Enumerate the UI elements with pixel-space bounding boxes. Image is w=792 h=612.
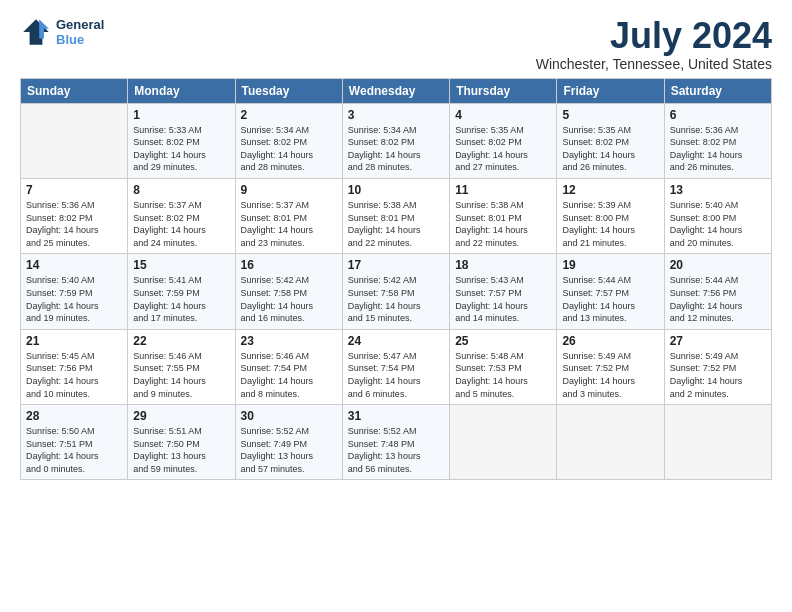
day-detail: Sunrise: 5:39 AM Sunset: 8:00 PM Dayligh…	[562, 200, 635, 248]
calendar-cell	[664, 405, 771, 480]
day-number: 8	[133, 183, 229, 197]
day-number: 17	[348, 258, 444, 272]
day-detail: Sunrise: 5:42 AM Sunset: 7:58 PM Dayligh…	[348, 275, 421, 323]
calendar-day-header: Saturday	[664, 78, 771, 103]
day-number: 20	[670, 258, 766, 272]
calendar-cell: 11Sunrise: 5:38 AM Sunset: 8:01 PM Dayli…	[450, 178, 557, 253]
calendar-cell: 13Sunrise: 5:40 AM Sunset: 8:00 PM Dayli…	[664, 178, 771, 253]
day-detail: Sunrise: 5:40 AM Sunset: 7:59 PM Dayligh…	[26, 275, 99, 323]
day-number: 7	[26, 183, 122, 197]
day-detail: Sunrise: 5:52 AM Sunset: 7:49 PM Dayligh…	[241, 426, 314, 474]
calendar-cell: 25Sunrise: 5:48 AM Sunset: 7:53 PM Dayli…	[450, 329, 557, 404]
calendar-week-row: 28Sunrise: 5:50 AM Sunset: 7:51 PM Dayli…	[21, 405, 772, 480]
day-detail: Sunrise: 5:34 AM Sunset: 8:02 PM Dayligh…	[241, 125, 314, 173]
calendar-cell: 16Sunrise: 5:42 AM Sunset: 7:58 PM Dayli…	[235, 254, 342, 329]
day-detail: Sunrise: 5:49 AM Sunset: 7:52 PM Dayligh…	[670, 351, 743, 399]
calendar-cell: 31Sunrise: 5:52 AM Sunset: 7:48 PM Dayli…	[342, 405, 449, 480]
day-number: 2	[241, 108, 337, 122]
day-number: 30	[241, 409, 337, 423]
calendar-week-row: 14Sunrise: 5:40 AM Sunset: 7:59 PM Dayli…	[21, 254, 772, 329]
calendar-cell: 12Sunrise: 5:39 AM Sunset: 8:00 PM Dayli…	[557, 178, 664, 253]
calendar-day-header: Friday	[557, 78, 664, 103]
page: General Blue July 2024 Winchester, Tenne…	[0, 0, 792, 490]
calendar-week-row: 7Sunrise: 5:36 AM Sunset: 8:02 PM Daylig…	[21, 178, 772, 253]
calendar-cell: 14Sunrise: 5:40 AM Sunset: 7:59 PM Dayli…	[21, 254, 128, 329]
calendar-table: SundayMondayTuesdayWednesdayThursdayFrid…	[20, 78, 772, 481]
calendar-cell: 21Sunrise: 5:45 AM Sunset: 7:56 PM Dayli…	[21, 329, 128, 404]
day-detail: Sunrise: 5:38 AM Sunset: 8:01 PM Dayligh…	[455, 200, 528, 248]
calendar-cell: 9Sunrise: 5:37 AM Sunset: 8:01 PM Daylig…	[235, 178, 342, 253]
day-number: 21	[26, 334, 122, 348]
day-detail: Sunrise: 5:44 AM Sunset: 7:56 PM Dayligh…	[670, 275, 743, 323]
calendar-day-header: Tuesday	[235, 78, 342, 103]
calendar-cell: 17Sunrise: 5:42 AM Sunset: 7:58 PM Dayli…	[342, 254, 449, 329]
logo: General Blue	[20, 16, 104, 48]
calendar-cell: 26Sunrise: 5:49 AM Sunset: 7:52 PM Dayli…	[557, 329, 664, 404]
page-subtitle: Winchester, Tennessee, United States	[536, 56, 772, 72]
calendar-cell: 18Sunrise: 5:43 AM Sunset: 7:57 PM Dayli…	[450, 254, 557, 329]
day-detail: Sunrise: 5:36 AM Sunset: 8:02 PM Dayligh…	[26, 200, 99, 248]
logo-icon	[20, 16, 52, 48]
calendar-cell: 3Sunrise: 5:34 AM Sunset: 8:02 PM Daylig…	[342, 103, 449, 178]
day-number: 14	[26, 258, 122, 272]
day-detail: Sunrise: 5:46 AM Sunset: 7:55 PM Dayligh…	[133, 351, 206, 399]
day-number: 15	[133, 258, 229, 272]
day-detail: Sunrise: 5:37 AM Sunset: 8:02 PM Dayligh…	[133, 200, 206, 248]
day-detail: Sunrise: 5:35 AM Sunset: 8:02 PM Dayligh…	[562, 125, 635, 173]
calendar-day-header: Sunday	[21, 78, 128, 103]
calendar-cell	[557, 405, 664, 480]
page-title: July 2024	[536, 16, 772, 56]
calendar-cell: 10Sunrise: 5:38 AM Sunset: 8:01 PM Dayli…	[342, 178, 449, 253]
title-area: July 2024 Winchester, Tennessee, United …	[536, 16, 772, 72]
day-number: 12	[562, 183, 658, 197]
calendar-cell: 7Sunrise: 5:36 AM Sunset: 8:02 PM Daylig…	[21, 178, 128, 253]
calendar-cell: 20Sunrise: 5:44 AM Sunset: 7:56 PM Dayli…	[664, 254, 771, 329]
day-detail: Sunrise: 5:47 AM Sunset: 7:54 PM Dayligh…	[348, 351, 421, 399]
day-number: 10	[348, 183, 444, 197]
calendar-cell: 2Sunrise: 5:34 AM Sunset: 8:02 PM Daylig…	[235, 103, 342, 178]
calendar-day-header: Wednesday	[342, 78, 449, 103]
calendar-week-row: 1Sunrise: 5:33 AM Sunset: 8:02 PM Daylig…	[21, 103, 772, 178]
calendar-cell: 28Sunrise: 5:50 AM Sunset: 7:51 PM Dayli…	[21, 405, 128, 480]
day-number: 13	[670, 183, 766, 197]
day-number: 24	[348, 334, 444, 348]
day-number: 3	[348, 108, 444, 122]
day-detail: Sunrise: 5:44 AM Sunset: 7:57 PM Dayligh…	[562, 275, 635, 323]
calendar-cell: 6Sunrise: 5:36 AM Sunset: 8:02 PM Daylig…	[664, 103, 771, 178]
calendar-day-header: Monday	[128, 78, 235, 103]
day-detail: Sunrise: 5:34 AM Sunset: 8:02 PM Dayligh…	[348, 125, 421, 173]
day-number: 23	[241, 334, 337, 348]
logo-text: General Blue	[56, 17, 104, 47]
day-number: 28	[26, 409, 122, 423]
calendar-cell: 23Sunrise: 5:46 AM Sunset: 7:54 PM Dayli…	[235, 329, 342, 404]
day-number: 22	[133, 334, 229, 348]
day-number: 16	[241, 258, 337, 272]
day-number: 4	[455, 108, 551, 122]
calendar-cell: 5Sunrise: 5:35 AM Sunset: 8:02 PM Daylig…	[557, 103, 664, 178]
day-detail: Sunrise: 5:52 AM Sunset: 7:48 PM Dayligh…	[348, 426, 421, 474]
calendar-cell: 19Sunrise: 5:44 AM Sunset: 7:57 PM Dayli…	[557, 254, 664, 329]
day-number: 5	[562, 108, 658, 122]
day-detail: Sunrise: 5:50 AM Sunset: 7:51 PM Dayligh…	[26, 426, 99, 474]
calendar-week-row: 21Sunrise: 5:45 AM Sunset: 7:56 PM Dayli…	[21, 329, 772, 404]
day-detail: Sunrise: 5:35 AM Sunset: 8:02 PM Dayligh…	[455, 125, 528, 173]
day-detail: Sunrise: 5:51 AM Sunset: 7:50 PM Dayligh…	[133, 426, 206, 474]
day-number: 6	[670, 108, 766, 122]
calendar-header-row: SundayMondayTuesdayWednesdayThursdayFrid…	[21, 78, 772, 103]
calendar-cell: 30Sunrise: 5:52 AM Sunset: 7:49 PM Dayli…	[235, 405, 342, 480]
header: General Blue July 2024 Winchester, Tenne…	[20, 16, 772, 72]
day-detail: Sunrise: 5:41 AM Sunset: 7:59 PM Dayligh…	[133, 275, 206, 323]
calendar-cell: 27Sunrise: 5:49 AM Sunset: 7:52 PM Dayli…	[664, 329, 771, 404]
calendar-cell	[21, 103, 128, 178]
calendar-cell: 29Sunrise: 5:51 AM Sunset: 7:50 PM Dayli…	[128, 405, 235, 480]
day-detail: Sunrise: 5:42 AM Sunset: 7:58 PM Dayligh…	[241, 275, 314, 323]
day-number: 27	[670, 334, 766, 348]
day-detail: Sunrise: 5:36 AM Sunset: 8:02 PM Dayligh…	[670, 125, 743, 173]
calendar-cell: 4Sunrise: 5:35 AM Sunset: 8:02 PM Daylig…	[450, 103, 557, 178]
day-number: 18	[455, 258, 551, 272]
day-number: 31	[348, 409, 444, 423]
calendar-cell: 24Sunrise: 5:47 AM Sunset: 7:54 PM Dayli…	[342, 329, 449, 404]
calendar-day-header: Thursday	[450, 78, 557, 103]
day-detail: Sunrise: 5:40 AM Sunset: 8:00 PM Dayligh…	[670, 200, 743, 248]
calendar-cell: 1Sunrise: 5:33 AM Sunset: 8:02 PM Daylig…	[128, 103, 235, 178]
